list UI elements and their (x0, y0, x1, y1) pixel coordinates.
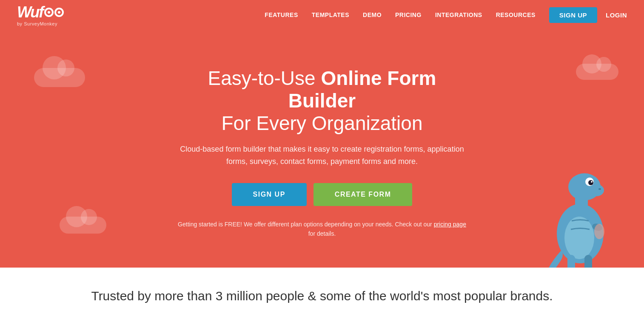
svg-point-6 (591, 181, 593, 183)
bottom-section: Trusted by more than 3 million people & … (0, 268, 644, 316)
nav-integrations[interactable]: INTEGRATIONS (435, 11, 482, 18)
hero-content: Easy-to-Use Online Form Builder For Ever… (177, 67, 467, 238)
cloud-decoration-2 (60, 217, 106, 234)
hero-buttons: SIGN UP CREATE FORM (177, 183, 467, 206)
svg-point-5 (588, 180, 593, 185)
hero-signup-button[interactable]: SIGN UP (232, 183, 307, 206)
logo-text: Wu (17, 3, 39, 21)
hero-note-suffix: for details. (308, 230, 336, 237)
logo[interactable]: Wu f by SurveyMonkey (17, 3, 64, 26)
nav-templates[interactable]: TEMPLATES (312, 11, 349, 18)
logo-f: f (39, 3, 44, 21)
svg-rect-10 (584, 255, 592, 268)
nav-demo[interactable]: DEMO (363, 11, 382, 18)
cloud-decoration-3 (576, 64, 618, 80)
hero-title-normal: Easy-to-Use (208, 67, 321, 89)
hero-title: Easy-to-Use Online Form Builder For Ever… (177, 67, 467, 135)
navbar: Wu f by SurveyMonkey FEATURES TEMPLATES … (0, 0, 644, 30)
svg-point-3 (589, 184, 604, 196)
hero-create-form-button[interactable]: CREATE FORM (313, 183, 413, 206)
nav-features[interactable]: FEATURES (265, 11, 298, 18)
svg-point-8 (564, 217, 594, 259)
nav-login-button[interactable]: LOGIN (606, 11, 627, 19)
hero-note: Getting started is FREE! We offer differ… (177, 220, 467, 239)
hero-note-text: Getting started is FREE! We offer differ… (178, 221, 434, 228)
nav-pricing[interactable]: PRICING (395, 11, 422, 18)
pricing-page-link[interactable]: pricing page (434, 221, 466, 228)
nav-resources[interactable]: RESOURCES (496, 11, 536, 18)
nav-links: FEATURES TEMPLATES DEMO PRICING INTEGRAT… (265, 11, 535, 19)
svg-point-14 (594, 224, 604, 239)
hero-subtitle: Cloud-based form builder that makes it e… (177, 143, 467, 168)
cloud-decoration-1 (34, 68, 85, 87)
dinosaur-illustration (542, 149, 618, 268)
nav-signup-button[interactable]: SIGN UP (549, 7, 597, 23)
svg-rect-9 (567, 255, 575, 268)
hero-title-line2: For Every Organization (222, 112, 423, 134)
logo-subtitle: by SurveyMonkey (17, 21, 57, 26)
hero-section: Easy-to-Use Online Form Builder For Ever… (0, 30, 644, 268)
bottom-title: Trusted by more than 3 million people & … (17, 289, 627, 303)
svg-point-7 (598, 188, 601, 190)
logo-oo (44, 8, 64, 17)
